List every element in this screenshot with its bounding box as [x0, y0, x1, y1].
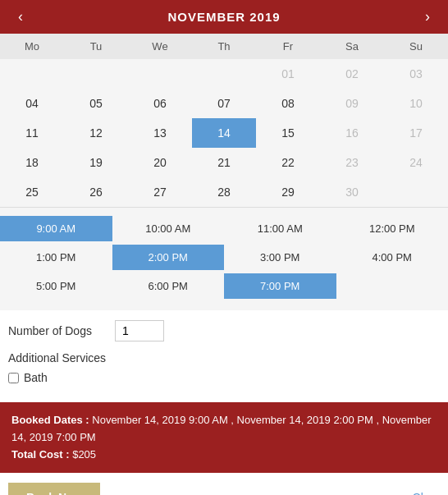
calendar-day[interactable]: 25: [0, 177, 64, 207]
calendar-day[interactable]: 08: [256, 89, 320, 118]
time-row: 5:00 PM6:00 PM7:00 PM: [0, 273, 448, 299]
time-row: 1:00 PM2:00 PM3:00 PM4:00 PM: [0, 245, 448, 270]
calendar-day[interactable]: 07: [192, 89, 256, 118]
dogs-input[interactable]: [115, 320, 164, 341]
bath-checkbox[interactable]: [8, 373, 19, 383]
calendar-day[interactable]: 10: [384, 89, 448, 118]
calendar-day[interactable]: 15: [256, 118, 320, 148]
calendar-day[interactable]: 30: [320, 177, 384, 207]
time-slot[interactable]: 1:00 PM: [0, 245, 112, 270]
calendar-weekdays: MoTuWeThFrSaSu: [0, 34, 448, 59]
time-slot[interactable]: 7:00 PM: [224, 273, 336, 299]
total-cost-label: Total Cost :: [11, 448, 70, 461]
calendar-day[interactable]: 18: [0, 148, 64, 177]
time-slot[interactable]: 5:00 PM: [0, 273, 112, 299]
calendar-day[interactable]: 01: [256, 59, 320, 89]
calendar-day: [0, 59, 64, 89]
time-row: 9:00 AM10:00 AM11:00 AM12:00 PM: [0, 216, 448, 241]
book-now-button[interactable]: Book Now: [8, 483, 100, 495]
calendar-day[interactable]: 04: [0, 89, 64, 118]
calendar-title: NOVEMBER 2019: [167, 10, 280, 24]
calendar-grid: MoTuWeThFrSaSu 0102030405060708091011121…: [0, 34, 448, 207]
weekday-label: Th: [192, 34, 256, 59]
time-slot[interactable]: 4:00 PM: [336, 245, 449, 270]
calendar-header: ‹ NOVEMBER 2019 ›: [0, 0, 448, 34]
calendar-day[interactable]: 03: [384, 59, 448, 89]
calendar-day[interactable]: 05: [64, 89, 128, 118]
time-slot[interactable]: 12:00 PM: [336, 216, 449, 241]
calendar-day: [128, 59, 192, 89]
bath-row: Bath: [8, 371, 440, 384]
additional-services-label: Additional Services: [8, 351, 440, 364]
time-slot: [336, 273, 449, 299]
calendar-day[interactable]: 19: [64, 148, 128, 177]
calendar-day: [192, 59, 256, 89]
dogs-row: Number of Dogs: [8, 320, 440, 341]
calendar-day[interactable]: 29: [256, 177, 320, 207]
next-month-button[interactable]: ›: [420, 8, 435, 25]
weekday-label: Su: [384, 34, 448, 59]
calendar-day: [384, 177, 448, 207]
dogs-label: Number of Dogs: [8, 324, 115, 337]
footer: Book Now Clear: [0, 473, 448, 495]
time-slot[interactable]: 2:00 PM: [112, 245, 225, 270]
time-slot[interactable]: 10:00 AM: [112, 216, 225, 241]
calendar-day[interactable]: 13: [128, 118, 192, 148]
summary-box: Booked Dates : November 14, 2019 9:00 AM…: [0, 402, 448, 473]
calendar-day[interactable]: 02: [320, 59, 384, 89]
calendar-day[interactable]: 20: [128, 148, 192, 177]
calendar-day[interactable]: 27: [128, 177, 192, 207]
calendar-day: [64, 59, 128, 89]
calendar-day[interactable]: 17: [384, 118, 448, 148]
weekday-label: We: [128, 34, 192, 59]
calendar-day[interactable]: 16: [320, 118, 384, 148]
total-cost-amount: $205: [72, 448, 96, 461]
calendar-day[interactable]: 22: [256, 148, 320, 177]
calendar-day[interactable]: 26: [64, 177, 128, 207]
time-slot[interactable]: 3:00 PM: [224, 245, 336, 270]
calendar-day[interactable]: 12: [64, 118, 128, 148]
calendar-day[interactable]: 28: [192, 177, 256, 207]
calendar-day[interactable]: 09: [320, 89, 384, 118]
calendar-day[interactable]: 14: [192, 118, 256, 148]
booked-dates-label: Booked Dates :: [11, 414, 89, 426]
calendar-day[interactable]: 24: [384, 148, 448, 177]
weekday-label: Mo: [0, 34, 64, 59]
weekday-label: Fr: [256, 34, 320, 59]
calendar-day[interactable]: 11: [0, 118, 64, 148]
time-slot[interactable]: 11:00 AM: [224, 216, 336, 241]
form-section: Number of Dogs Additional Services Bath: [0, 310, 448, 394]
total-cost-line: Total Cost : $205: [11, 447, 437, 464]
calendar-day[interactable]: 06: [128, 89, 192, 118]
clear-button[interactable]: Clear: [413, 491, 440, 495]
booked-dates-line: Booked Dates : November 14, 2019 9:00 AM…: [11, 412, 437, 447]
calendar-day[interactable]: 21: [192, 148, 256, 177]
calendar-days: 0102030405060708091011121314151617181920…: [0, 59, 448, 207]
time-slot[interactable]: 9:00 AM: [0, 216, 112, 241]
weekday-label: Tu: [64, 34, 128, 59]
time-slot[interactable]: 6:00 PM: [112, 273, 225, 299]
calendar-day[interactable]: 23: [320, 148, 384, 177]
bath-label: Bath: [24, 371, 48, 384]
time-slots-section: 9:00 AM10:00 AM11:00 AM12:00 PM1:00 PM2:…: [0, 207, 448, 310]
prev-month-button[interactable]: ‹: [13, 8, 28, 25]
weekday-label: Sa: [320, 34, 384, 59]
